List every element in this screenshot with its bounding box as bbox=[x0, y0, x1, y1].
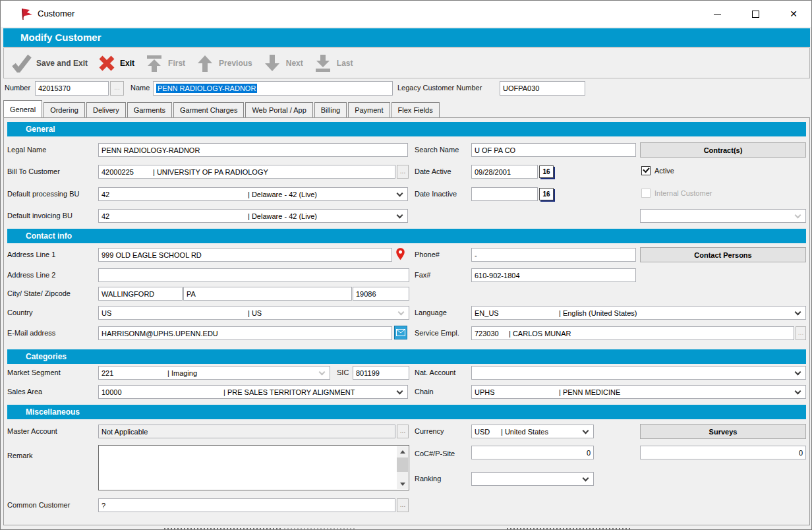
scroll-down-button[interactable] bbox=[397, 479, 408, 489]
city-state-zipcode-label: City/ State/ Zipcode bbox=[7, 289, 71, 297]
tab-web-portal-app[interactable]: Web Portal / App bbox=[245, 102, 312, 117]
address-line-2-input[interactable] bbox=[98, 268, 409, 282]
common-customer-input[interactable]: ? bbox=[98, 498, 395, 512]
contracts-button[interactable]: Contract(s) bbox=[640, 142, 806, 158]
national-account-select[interactable] bbox=[471, 366, 806, 380]
date-inactive-label: Date Inactive bbox=[415, 190, 457, 198]
master-account-browse-button[interactable]: ... bbox=[397, 425, 409, 438]
tab-billing[interactable]: Billing bbox=[314, 102, 347, 117]
contact-persons-button[interactable]: Contact Persons bbox=[640, 247, 806, 262]
customer-number-input[interactable]: 42015370 bbox=[35, 81, 109, 96]
save-and-exit-button[interactable]: Save and Exit bbox=[12, 54, 88, 73]
remark-scrollbar[interactable] bbox=[397, 446, 408, 489]
exit-button[interactable]: Exit bbox=[98, 55, 134, 72]
scroll-up-button[interactable] bbox=[397, 446, 408, 457]
scroll-down-icon bbox=[400, 483, 405, 486]
send-email-button[interactable] bbox=[394, 326, 407, 339]
title-bar: Customer ✕ bbox=[1, 1, 811, 27]
master-account-field: Not Applicable bbox=[98, 425, 395, 438]
red-x-icon bbox=[98, 55, 115, 72]
minimize-icon bbox=[714, 14, 721, 15]
default-invoicing-bu-select[interactable]: 42| Delaware - 42 (Live) bbox=[98, 209, 408, 223]
remark-textarea[interactable] bbox=[98, 445, 409, 490]
language-select[interactable]: EN_US| English (United States) bbox=[471, 306, 806, 320]
envelope-icon bbox=[396, 329, 405, 336]
chevron-down-icon bbox=[795, 309, 801, 316]
tab-payment[interactable]: Payment bbox=[348, 102, 390, 117]
sic-label: SIC bbox=[337, 368, 349, 376]
active-checkbox[interactable]: Active bbox=[641, 166, 674, 175]
chevron-down-icon bbox=[397, 212, 403, 219]
date-inactive-input[interactable] bbox=[471, 187, 538, 201]
tab-general[interactable]: General bbox=[3, 100, 42, 117]
currency-select[interactable]: USD| United States bbox=[471, 425, 594, 438]
remark-label: Remark bbox=[7, 452, 33, 459]
fax-input[interactable]: 610-902-1804 bbox=[471, 268, 636, 282]
survey-counter-input[interactable]: 0 bbox=[640, 446, 806, 459]
chevron-down-icon bbox=[795, 212, 801, 219]
address-line-1-input[interactable]: 999 OLD EAGLE SCHOOL RD bbox=[98, 248, 392, 262]
chevron-down-icon bbox=[583, 428, 589, 434]
customer-name-input[interactable]: PENN RADIOLOGY-RADNOR bbox=[153, 81, 393, 96]
legal-name-input[interactable]: PENN RADIOLOGY-RADNOR bbox=[98, 143, 408, 157]
email-address-input[interactable]: HARRISONM@UPHS.UPENN.EDU bbox=[98, 326, 392, 340]
default-processing-bu-select[interactable]: 42| Delaware - 42 (Live) bbox=[98, 187, 408, 201]
arrow-down-bar-icon bbox=[314, 54, 332, 73]
ranking-select[interactable] bbox=[471, 472, 594, 486]
legacy-number-input[interactable]: UOFPA030 bbox=[500, 81, 585, 96]
tab-garment-charges[interactable]: Garment Charges bbox=[173, 102, 244, 117]
next-button[interactable]: Next bbox=[263, 54, 303, 73]
scrollbar-thumb[interactable] bbox=[397, 457, 408, 472]
country-label: Country bbox=[7, 309, 33, 316]
country-select[interactable]: US| US bbox=[98, 306, 409, 320]
chevron-down-icon bbox=[795, 388, 801, 395]
state-input[interactable]: PA bbox=[183, 287, 352, 301]
sic-input[interactable]: 801199 bbox=[353, 366, 409, 380]
arrow-up-bar-icon bbox=[145, 54, 163, 73]
section-header-contact-info: Contact info bbox=[7, 229, 806, 243]
date-active-label: Date Active bbox=[415, 167, 451, 175]
tab-ordering[interactable]: Ordering bbox=[44, 102, 85, 117]
section-header-general: General bbox=[7, 122, 806, 136]
search-name-input[interactable]: U OF PA CO bbox=[471, 143, 636, 157]
chain-select[interactable]: UPHS| PENN MEDICINE bbox=[471, 385, 806, 399]
date-active-input[interactable]: 09/28/2001 bbox=[471, 165, 538, 179]
sales-area-select[interactable]: 10000| PRE SALES TERRITORY ALIGNMENT bbox=[98, 385, 408, 399]
general-extra-select[interactable] bbox=[640, 209, 806, 223]
checkbox-unchecked-icon bbox=[641, 189, 651, 198]
service-employee-browse-button[interactable]: ... bbox=[796, 326, 806, 340]
number-browse-button[interactable]: ... bbox=[110, 81, 124, 96]
number-label: Number bbox=[5, 84, 30, 92]
tab-garments[interactable]: Garments bbox=[127, 102, 172, 117]
common-customer-label: Common Customer bbox=[7, 501, 70, 509]
internal-customer-checkbox[interactable]: Internal Customer bbox=[641, 189, 712, 198]
city-input[interactable]: WALLINGFORD bbox=[98, 287, 183, 301]
ranking-label: Ranking bbox=[415, 475, 441, 483]
market-segment-label: Market Segment bbox=[7, 368, 61, 376]
page-title: Modify Customer bbox=[3, 28, 810, 47]
close-button[interactable]: ✕ bbox=[778, 1, 809, 27]
chevron-down-icon bbox=[319, 369, 326, 376]
address-line-2-label: Address Line 2 bbox=[7, 271, 55, 279]
first-button[interactable]: First bbox=[145, 54, 185, 73]
minimize-button[interactable] bbox=[702, 1, 732, 27]
previous-button[interactable]: Previous bbox=[196, 54, 252, 73]
coc-p-site-input[interactable]: 0 bbox=[471, 446, 594, 459]
tab-delivery[interactable]: Delivery bbox=[86, 102, 126, 117]
market-segment-select[interactable]: 221| Imaging bbox=[98, 366, 330, 380]
maximize-icon bbox=[752, 11, 759, 18]
zipcode-input[interactable]: 19086 bbox=[353, 287, 409, 301]
common-customer-browse-button[interactable]: ... bbox=[397, 498, 409, 512]
date-active-calendar-button[interactable]: 16 bbox=[539, 165, 554, 178]
date-inactive-calendar-button[interactable]: 16 bbox=[539, 188, 554, 200]
bill-to-browse-button[interactable]: ... bbox=[397, 165, 409, 179]
map-pin-button[interactable] bbox=[394, 246, 407, 262]
bill-to-customer-field[interactable]: 42000225| UNIVERSITY OF PA RADIOLOGY bbox=[98, 165, 395, 179]
surveys-button[interactable]: Surveys bbox=[640, 424, 806, 439]
maximize-button[interactable] bbox=[740, 1, 770, 27]
last-button[interactable]: Last bbox=[314, 54, 353, 73]
chevron-down-icon bbox=[397, 191, 403, 197]
phone-input[interactable]: - bbox=[471, 248, 636, 262]
service-employee-field[interactable]: 723030| CARLOS MUNAR bbox=[471, 326, 794, 340]
tab-flex-fields[interactable]: Flex Fields bbox=[392, 102, 440, 117]
